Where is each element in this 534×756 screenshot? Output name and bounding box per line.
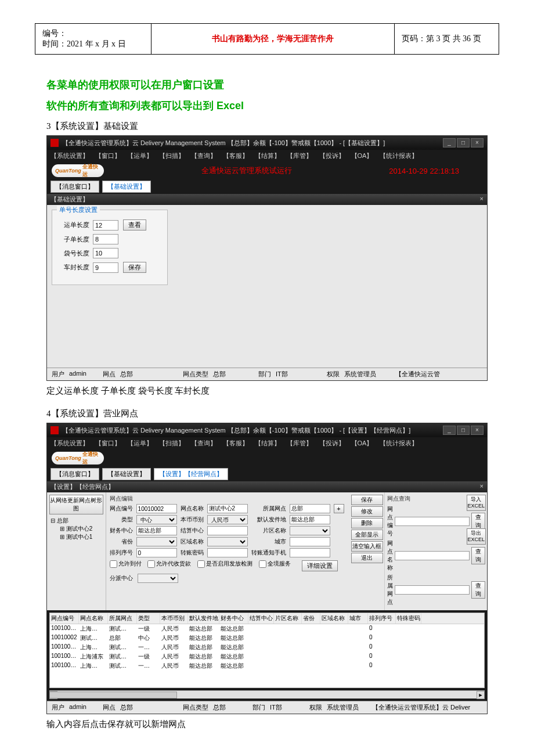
menu-item[interactable]: 【结算】 <box>255 440 280 447</box>
menu-item[interactable]: 【运单】 <box>127 440 153 447</box>
menu-item[interactable]: 【查询】 <box>191 440 217 447</box>
data-grid[interactable]: 网点编号网点名称所属网点类型本币币别默认发件地财务中心结算中心片区名称省份区域名… <box>49 613 485 688</box>
window-title: 【全通快运云管理系统】云 Delivery Management System … <box>62 139 443 147</box>
panel-title-2: 【设置】【经营网点】 <box>50 483 114 491</box>
tab-message[interactable]: 【消息窗口】 <box>50 181 99 193</box>
select-area[interactable] <box>290 526 330 535</box>
menu-item[interactable]: 【查询】 <box>191 152 217 159</box>
max-button[interactable]: □ <box>457 426 470 435</box>
menu-item[interactable]: 【统计报表】 <box>380 440 418 447</box>
max-button[interactable]: □ <box>457 138 470 147</box>
import-excel-button[interactable]: 导入 EXCEL <box>467 495 486 511</box>
input-tpwd[interactable] <box>207 548 248 557</box>
caption-1: 定义运单长度 子单长度 袋号长度 车封长度 <box>46 386 488 397</box>
page-footer: 第 3 页 共 36 页 <box>0 741 534 756</box>
tab-branches[interactable]: 【设置】【经营网点】 <box>154 468 228 480</box>
select-region[interactable] <box>207 537 248 546</box>
modify-button[interactable]: 修改 <box>351 506 383 517</box>
exit-button[interactable]: 退出 <box>351 553 383 563</box>
menu-item[interactable]: 【系统设置】 <box>50 440 89 447</box>
scroll-right-icon[interactable]: ► <box>477 691 485 699</box>
header-motto: 书山有路勤为径，学海无涯苦作舟 <box>151 24 395 55</box>
menu-item[interactable]: 【OA】 <box>351 440 373 447</box>
menu-item[interactable]: 【扫描】 <box>159 152 185 159</box>
input-name[interactable] <box>207 504 248 513</box>
tab-row-2: 【消息窗口】 【基础设置】 【设置】【经营网点】 <box>47 467 487 481</box>
close-button[interactable]: × <box>471 426 484 435</box>
q-code[interactable] <box>395 517 470 526</box>
detail-button[interactable]: 详细设置 <box>302 560 338 571</box>
show-all-button[interactable]: 全部显示 <box>351 530 383 540</box>
menu-item[interactable]: 【窗口】 <box>95 152 121 159</box>
quantong-logo: QuanTong 全通快运 <box>52 164 104 177</box>
q-belong[interactable] <box>395 585 470 595</box>
clear-button[interactable]: 清空输入框 <box>351 541 383 552</box>
tab-message[interactable]: 【消息窗口】 <box>50 468 99 480</box>
input-bag-len[interactable] <box>93 248 118 258</box>
menu-item[interactable]: 【投诉】 <box>319 152 345 159</box>
menu-item[interactable]: 【客服】 <box>223 440 248 447</box>
label-bag-len: 袋号长度 <box>59 249 89 258</box>
min-button[interactable]: _ <box>443 426 456 435</box>
query-title: 网点查询 <box>387 495 463 503</box>
select-type[interactable]: 中心 <box>136 515 177 524</box>
banner-text: 全通快运云管理系统试运行 <box>104 165 389 176</box>
doc-date: 时间：2021 年 x 月 x 日 <box>42 39 144 49</box>
input-city[interactable] <box>290 537 330 546</box>
chk-allow-pay[interactable]: 允许到付 <box>110 560 142 568</box>
menu-item[interactable]: 【库管】 <box>287 152 312 159</box>
panel-close-icon[interactable]: × <box>480 195 484 204</box>
select-curr[interactable]: 人民币 <box>207 515 248 524</box>
menu-item[interactable]: 【OA】 <box>351 152 373 159</box>
lookup-button[interactable]: + <box>334 504 344 513</box>
export-excel-button[interactable]: 导出 EXCEL <box>467 528 486 545</box>
input-sub-len[interactable] <box>93 234 118 244</box>
close-button[interactable]: × <box>471 138 484 147</box>
panel-titlebar: 【基础设置】 × <box>47 194 487 205</box>
view-button[interactable]: 查看 <box>123 219 146 231</box>
menu-item[interactable]: 【系统设置】 <box>50 152 89 159</box>
menu-item[interactable]: 【投诉】 <box>319 440 345 447</box>
app-icon <box>50 426 59 434</box>
menu-item[interactable]: 【运单】 <box>127 152 153 159</box>
banner-row-2: QuanTong 全通快运 <box>47 449 487 467</box>
menu-item[interactable]: 【统计报表】 <box>380 152 418 159</box>
scroll-thumb[interactable] <box>49 692 177 699</box>
menu-item[interactable]: 【库管】 <box>287 440 312 447</box>
branch-tree[interactable]: ⊟ 总部 ⊞ 测试中心2 ⊞ 测试中心1 <box>49 517 103 541</box>
min-button[interactable]: _ <box>443 138 456 147</box>
header-left: 编号： 时间：2021 年 x 月 x 日 <box>35 24 151 55</box>
input-seal-len[interactable] <box>93 262 118 273</box>
branches-body: 从网络更新网点树形图 ⊟ 总部 ⊞ 测试中心2 ⊞ 测试中心1 网点编辑 网点编… <box>47 492 487 610</box>
menu-item[interactable]: 【结算】 <box>255 152 280 159</box>
input-defsend[interactable] <box>290 515 330 524</box>
input-code[interactable] <box>136 504 177 513</box>
save-button[interactable]: 保存 <box>123 262 146 273</box>
chk-enable-rel[interactable]: 是否启用发放检测 <box>197 560 252 568</box>
menu-item[interactable]: 【客服】 <box>223 152 248 159</box>
h-scrollbar[interactable]: ◄ ► <box>49 690 485 699</box>
menu-item[interactable]: 【扫描】 <box>159 440 185 447</box>
input-fin[interactable] <box>136 526 177 535</box>
titlebar-2: 【全通快运云管理系统】云 Delivery Management System … <box>47 423 487 437</box>
save-button[interactable]: 保存 <box>351 495 383 505</box>
input-belong[interactable] <box>290 504 330 513</box>
delete-button[interactable]: 删除 <box>351 518 383 528</box>
q-name[interactable] <box>395 551 470 560</box>
input-tphone[interactable] <box>290 548 330 557</box>
tab-basic-settings[interactable]: 【基础设置】 <box>102 181 151 193</box>
tab-basic-settings[interactable]: 【基础设置】 <box>102 468 151 480</box>
input-settle[interactable] <box>207 526 248 535</box>
input-waybill-len[interactable] <box>93 220 118 231</box>
chk-full-serv[interactable]: 全境服务 <box>259 560 291 568</box>
refresh-tree-button[interactable]: 从网络更新网点树形图 <box>49 495 103 514</box>
select-prov[interactable] <box>136 537 177 546</box>
doc-header: 编号： 时间：2021 年 x 月 x 日 书山有路勤为径，学海无涯苦作舟 页码… <box>35 23 499 55</box>
panel-body: 单号长度设置 运单长度 查看 子单长度 袋号长度 <box>47 205 487 368</box>
input-sort[interactable] <box>136 548 177 557</box>
chk-allow-cod[interactable]: 允许代收货款 <box>147 560 191 568</box>
menu-item[interactable]: 【窗口】 <box>95 440 121 447</box>
app-icon <box>50 139 59 147</box>
panel-close-icon[interactable]: × <box>480 483 484 491</box>
select-dispatch[interactable] <box>138 574 178 583</box>
